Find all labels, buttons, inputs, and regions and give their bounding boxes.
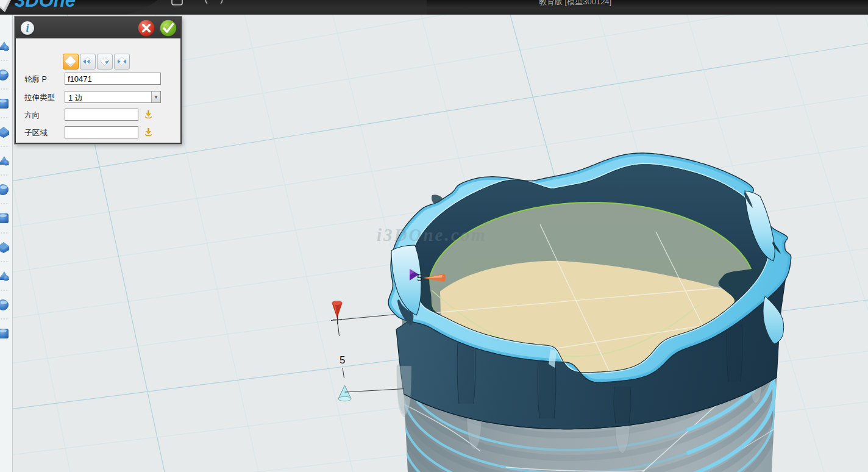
- svg-text:3DOne: 3DOne: [15, 0, 76, 11]
- svg-text:5: 5: [340, 354, 345, 366]
- svg-text:教育版 [模型300124]: 教育版 [模型300124]: [539, 0, 611, 6]
- svg-text:5: 5: [417, 273, 422, 283]
- svg-text:i3DOne.com: i3DOne.com: [377, 225, 487, 245]
